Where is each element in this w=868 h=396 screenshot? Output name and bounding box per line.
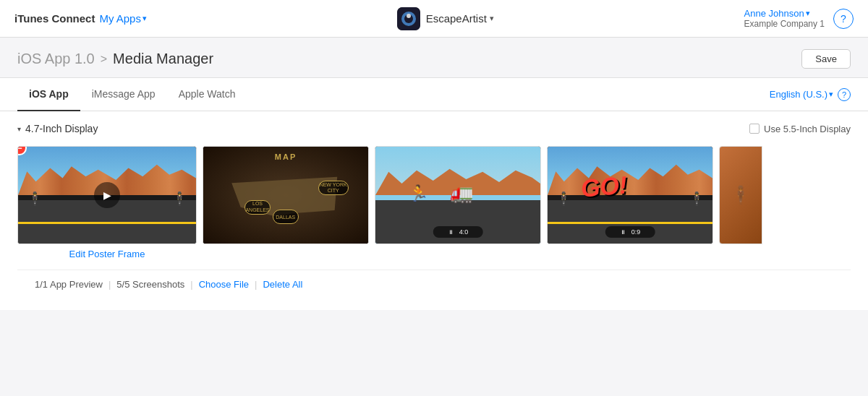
tab-imessage-app[interactable]: iMessage App xyxy=(80,78,167,111)
pause-icon-3[interactable]: ⏸ xyxy=(448,229,454,236)
language-selector[interactable]: English (U.S.) ▾ xyxy=(770,89,833,100)
nav-right: Anne Johnson ▾ Example Company 1 ? xyxy=(744,8,854,29)
user-chevron: ▾ xyxy=(806,9,810,18)
inline-help-button[interactable]: ? xyxy=(838,88,851,101)
brand-label: iTunes Connect xyxy=(14,12,95,25)
screenshot-item-3: 🏃 🚛 ⏸ 4:0 xyxy=(375,146,541,270)
help-button[interactable]: ? xyxy=(833,9,854,29)
pause-bar-3: ⏸ 4:0 xyxy=(433,226,483,238)
save-button[interactable]: Save xyxy=(801,49,851,69)
map-scene: MAP LOSANGELES NEW YORKCITY DALLAS xyxy=(203,147,368,244)
divider-2: | xyxy=(190,279,192,290)
screenshot-item-5: 🕴 xyxy=(719,146,762,244)
arrow-container xyxy=(17,264,197,270)
tab-apple-watch[interactable]: Apple Watch xyxy=(167,78,247,111)
screenshots-row: − 🕴 🕴 ▶ Edit Poster Frame xyxy=(17,146,851,270)
choose-file-link[interactable]: Choose File xyxy=(199,279,249,290)
pause-icon-4[interactable]: ⏸ xyxy=(620,229,626,236)
screenshot-item-2: MAP LOSANGELES NEW YORKCITY DALLAS xyxy=(203,146,369,270)
screenshot-thumb-3: 🏃 🚛 ⏸ 4:0 xyxy=(375,146,541,244)
use-55-label: Use 5.5-Inch Display xyxy=(764,124,851,134)
app-chevron: ▾ xyxy=(490,14,494,23)
pause-bar-4: ⏸ 0:9 xyxy=(605,226,655,238)
delete-all-link[interactable]: Delete All xyxy=(263,279,302,290)
breadcrumb-parent[interactable]: iOS App 1.0 xyxy=(17,51,95,67)
desert-scene-1: 🕴 🕴 ▶ xyxy=(18,147,196,244)
section-title-area: ▾ 4.7-Inch Display xyxy=(17,123,98,134)
user-name-link[interactable]: Anne Johnson ▾ xyxy=(744,8,825,19)
section-header: ▾ 4.7-Inch Display Use 5.5-Inch Display xyxy=(17,123,851,134)
screenshot-item-1: − 🕴 🕴 ▶ Edit Poster Frame xyxy=(17,146,197,270)
nav-center: EscapeArtist ▾ xyxy=(147,7,744,30)
play-button-1[interactable]: ▶ xyxy=(94,182,120,208)
screenshot-item-4: 🕴 🕴 GO! ⏸ 0:9 xyxy=(547,146,713,270)
screenshot-count: 5/5 Screenshots xyxy=(116,279,184,290)
breadcrumb-separator: > xyxy=(101,53,107,66)
tabs-bar: iOS App iMessage App Apple Watch English… xyxy=(0,78,868,111)
tab-right-actions: English (U.S.) ▾ ? xyxy=(770,88,851,101)
tabs-list: iOS App iMessage App Apple Watch xyxy=(17,78,247,111)
breadcrumb-bar: iOS App 1.0 > Media Manager Save xyxy=(0,38,868,78)
preview-count: 1/1 App Preview xyxy=(35,279,103,290)
top-navigation: iTunes Connect My Apps ▾ EscapeArtist ▾ … xyxy=(0,0,868,38)
divider-3: | xyxy=(255,279,257,290)
user-info: Anne Johnson ▾ Example Company 1 xyxy=(744,8,825,29)
bottom-bar: 1/1 App Preview | 5/5 Screenshots | Choo… xyxy=(17,270,851,298)
play-overlay-1: ▶ xyxy=(18,147,196,244)
app-icon xyxy=(397,7,420,30)
section-collapse-chevron[interactable]: ▾ xyxy=(17,125,21,133)
nav-brand-area: iTunes Connect My Apps ▾ xyxy=(14,12,147,25)
breadcrumb-current: Media Manager xyxy=(113,51,213,67)
screenshot-thumb-2: MAP LOSANGELES NEW YORKCITY DALLAS xyxy=(203,146,369,244)
user-company: Example Company 1 xyxy=(744,19,825,29)
breadcrumb: iOS App 1.0 > Media Manager xyxy=(17,51,213,67)
language-chevron: ▾ xyxy=(829,90,833,99)
screenshot-thumb-4: 🕴 🕴 GO! ⏸ 0:9 xyxy=(547,146,713,244)
app-name-nav[interactable]: EscapeArtist ▾ xyxy=(426,12,494,25)
my-apps-link[interactable]: My Apps ▾ xyxy=(99,12,147,25)
use-55-checkbox[interactable] xyxy=(749,124,760,134)
divider-1: | xyxy=(109,279,111,290)
svg-point-3 xyxy=(407,14,411,18)
use-55-display: Use 5.5-Inch Display xyxy=(749,124,851,134)
map-title-text: MAP xyxy=(275,152,297,161)
main-content: iOS App iMessage App Apple Watch English… xyxy=(0,78,868,310)
edit-poster-frame-label[interactable]: Edit Poster Frame xyxy=(17,244,197,264)
tab-ios-app[interactable]: iOS App xyxy=(17,78,80,111)
section-title-label: 4.7-Inch Display xyxy=(25,123,98,134)
screenshot-thumb-1: − 🕴 🕴 ▶ xyxy=(17,146,197,244)
display-section: ▾ 4.7-Inch Display Use 5.5-Inch Display … xyxy=(0,111,868,310)
